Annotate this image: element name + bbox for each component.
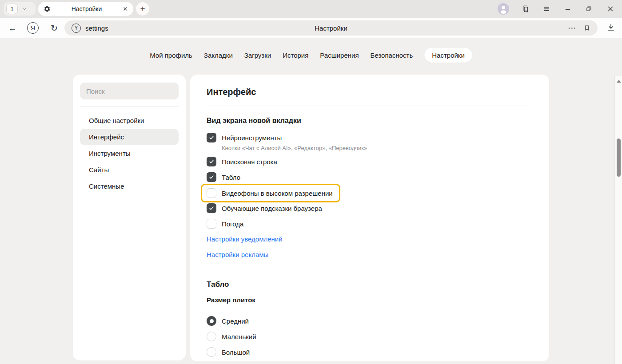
radio-selected-icon[interactable] [207,316,216,326]
site-badge-icon: Y [72,24,81,33]
chevron-down-icon[interactable] [21,6,28,12]
checkbox-row-weather[interactable]: Погода [207,218,532,229]
window-minimize-icon[interactable] [562,4,573,14]
sidebar-divider [80,107,179,107]
checkbox-label: Табло [222,174,240,181]
checkbox-row-browser-tips[interactable]: Обучающие подсказки браузера [207,202,532,214]
downloads-icon[interactable] [606,23,616,32]
bookmark-icon[interactable] [583,24,590,32]
new-tab-button[interactable]: + [136,2,149,16]
checkbox-row-video-backgrounds[interactable]: Видеофоны в высоком разрешении [207,187,333,199]
section-title-tableau: Табло [207,280,532,289]
radio-row-small[interactable]: Маленький [207,331,532,342]
sidebar-list: Общие настройки Интерфейс Инструменты Са… [80,112,179,194]
checkbox-label: Нейроинструменты [222,134,282,142]
tab-count[interactable]: 1 [6,4,18,14]
reload-button[interactable]: ↻ [48,22,60,34]
address-url[interactable]: settings [85,24,108,32]
nav-tab-extensions[interactable]: Расширения [320,48,359,63]
window-restore-icon[interactable] [583,4,594,14]
nav-tab-history[interactable]: История [283,48,308,63]
person-icon [498,3,509,15]
gear-icon [44,5,51,12]
tab-title: Настройки [51,5,123,12]
link-ad-settings[interactable]: Настройки рекламы [207,250,268,259]
sidebar-item-sites[interactable]: Сайты [80,162,179,178]
section-title-new-tab-view: Вид экрана новой вкладки [207,116,532,125]
checkbox-checked-icon[interactable] [207,157,216,166]
checkbox-label: Погода [222,220,243,228]
sidebar-item-system[interactable]: Системные [80,178,179,194]
checkbox-checked-icon[interactable] [207,172,216,182]
window-close-icon[interactable] [605,4,616,14]
page-title: Интерфейс [207,86,532,98]
back-button[interactable]: ← [6,22,19,34]
sidebar-item-interface[interactable]: Интерфейс [80,129,179,145]
checkbox-row-search-bar[interactable]: Поисковая строка [207,156,532,167]
checkbox-checked-icon[interactable] [207,203,216,213]
menu-icon[interactable] [541,4,552,14]
scrollbar-thumb[interactable] [617,138,621,177]
checkbox-label: Обучающие подсказки браузера [222,205,322,212]
scrollbar-up-icon[interactable] [617,80,621,83]
radio-label: Средний [222,317,249,325]
settings-page: Мой профиль Закладки Загрузки История Ра… [0,38,622,364]
avatar[interactable] [498,3,509,15]
scrollbar[interactable] [614,76,622,364]
radio-label: Большой [222,348,250,356]
more-actions-icon[interactable]: ••• [568,25,576,31]
radio-row-large[interactable]: Большой [207,346,532,358]
search-input[interactable] [80,83,179,99]
bookmarks-panel-icon[interactable] [520,4,531,14]
highlight-box: Видеофоны в высоком разрешении [201,184,340,202]
sidebar-item-general[interactable]: Общие настройки [80,112,179,129]
heading-divider [207,106,532,106]
checkbox-unchecked-icon[interactable] [207,188,216,198]
interface-settings-panel: Интерфейс Вид экрана новой вкладки Нейро… [190,75,549,361]
checkbox-label: Видеофоны в высоком разрешении [222,190,333,197]
subsection-title-tile-size: Размер плиток [207,296,532,305]
checkbox-unchecked-icon[interactable] [207,219,216,229]
checkbox-checked-icon[interactable] [207,133,216,142]
address-page-title: Настройки [64,24,598,32]
nav-tab-settings[interactable]: Настройки [424,48,472,63]
link-notification-settings[interactable]: Настройки уведомлений [207,235,283,244]
radio-row-medium[interactable]: Средний [207,315,532,327]
nav-tab-security[interactable]: Безопасность [371,48,413,63]
tab-close-icon[interactable] [123,6,128,12]
radio-label: Маленький [222,333,256,340]
yandex-logo-icon[interactable]: Я [27,22,39,34]
settings-sidebar: Общие настройки Интерфейс Инструменты Са… [73,75,186,360]
address-bar[interactable]: Y settings Настройки ••• [64,20,598,36]
nav-tab-downloads[interactable]: Загрузки [244,48,271,63]
checkbox-subtitle: Кнопки «Чат с Алисой AI», «Редактор», «П… [222,144,532,152]
nav-tab-profile[interactable]: Мой профиль [150,48,192,63]
radio-unselected-icon[interactable] [207,332,216,341]
toolbar: ← Я ↻ Y settings Настройки ••• [0,18,622,38]
nav-tab-bookmarks[interactable]: Закладки [204,48,233,63]
tab-bar: 1 Настройки + [0,0,622,18]
checkbox-row-neurotools[interactable]: Нейроинструменты [207,132,532,143]
tab-counter[interactable]: 1 [4,2,36,16]
settings-nav-tabs: Мой профиль Закладки Загрузки История Ра… [150,48,472,63]
checkbox-label: Поисковая строка [222,158,277,166]
radio-unselected-icon[interactable] [207,347,216,357]
browser-tab-settings[interactable]: Настройки [38,2,133,16]
checkbox-row-tableau[interactable]: Табло [207,171,532,183]
sidebar-item-tools[interactable]: Инструменты [80,145,179,162]
